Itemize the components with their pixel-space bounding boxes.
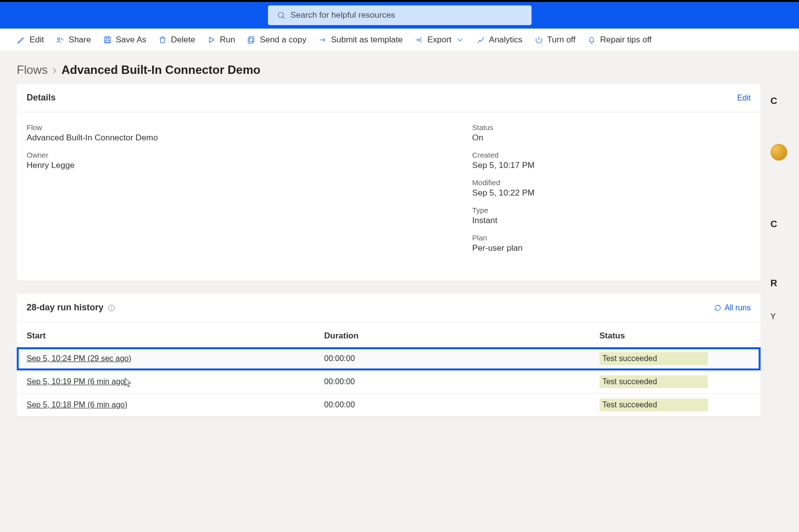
field-created: Created Sep 5, 10:17 PM <box>472 151 751 170</box>
run-start-link[interactable]: Sep 5, 10:19 PM (6 min ago) <box>27 377 128 386</box>
type-label: Type <box>472 206 751 214</box>
right-stub-1: C <box>770 96 782 106</box>
owner-value: Henry Legge <box>27 161 472 170</box>
share-icon <box>56 35 65 44</box>
details-card: Details Edit Flow Advanced Built-In Conn… <box>17 84 761 281</box>
run-duration: 00:00:00 <box>314 347 590 370</box>
sendcopy-button[interactable]: Send a copy <box>247 35 306 45</box>
share-button[interactable]: Share <box>56 35 91 45</box>
cmd-label: Export <box>427 35 451 45</box>
play-icon <box>207 35 216 44</box>
edit-button[interactable]: Edit <box>17 35 44 45</box>
run-start-link[interactable]: Sep 5, 10:24 PM (29 sec ago) <box>27 354 132 363</box>
details-edit-link[interactable]: Edit <box>737 94 751 102</box>
turnoff-button[interactable]: Turn off <box>534 35 576 45</box>
details-title: Details <box>27 93 56 103</box>
table-row[interactable]: Sep 5, 10:19 PM (6 min ago)00:00:00Test … <box>17 370 761 394</box>
field-status: Status On <box>472 123 751 143</box>
run-duration: 00:00:00 <box>314 370 590 394</box>
breadcrumb-current: Advanced Built-In Connector Demo <box>62 63 261 77</box>
plan-label: Plan <box>472 233 751 242</box>
svg-point-0 <box>278 12 284 18</box>
cmd-label: Share <box>68 35 91 45</box>
export-icon <box>414 35 423 44</box>
svg-point-10 <box>111 306 112 307</box>
svg-line-1 <box>283 17 285 19</box>
svg-rect-5 <box>105 40 109 42</box>
save-icon <box>103 35 112 44</box>
top-bar <box>0 0 799 29</box>
all-runs-link[interactable]: All runs <box>714 303 751 312</box>
repair-button[interactable]: Repair tips off <box>587 35 652 45</box>
submit-button[interactable]: Submit as template <box>318 35 403 45</box>
info-icon[interactable] <box>107 304 115 312</box>
search-wrap <box>268 5 532 25</box>
col-duration: Duration <box>314 322 590 347</box>
submit-icon <box>318 35 327 44</box>
main-area: Details Edit Flow Advanced Built-In Conn… <box>0 84 799 429</box>
history-title: 28-day run history <box>27 302 115 313</box>
status-value: On <box>472 133 751 143</box>
power-icon <box>534 35 543 44</box>
saveas-button[interactable]: Save As <box>103 35 146 45</box>
table-row[interactable]: Sep 5, 10:18 PM (6 min ago)00:00:00Test … <box>17 394 761 417</box>
svg-rect-6 <box>250 36 254 42</box>
pencil-icon <box>17 35 26 44</box>
delete-button[interactable]: Delete <box>158 35 195 45</box>
field-flow: Flow Advanced Built-In Connector Demo <box>27 123 472 143</box>
history-table: Start Duration Status Sep 5, 10:24 PM (2… <box>17 322 761 416</box>
cmd-label: Delete <box>171 35 195 45</box>
status-label: Status <box>472 123 751 132</box>
details-body: Flow Advanced Built-In Connector Demo Ow… <box>17 112 761 281</box>
cmd-label: Send a copy <box>260 35 306 45</box>
breadcrumb-sep: › <box>53 63 57 77</box>
plan-value: Per-user plan <box>472 243 751 253</box>
chevron-down-icon <box>456 35 465 44</box>
field-owner: Owner Henry Legge <box>27 151 472 170</box>
command-bar: Edit Share Save As Delete Run Send a cop… <box>0 29 799 51</box>
right-stub-2: C <box>770 219 782 230</box>
breadcrumb: Flows › Advanced Built-In Connector Demo <box>0 51 799 84</box>
svg-point-2 <box>58 37 60 40</box>
svg-rect-4 <box>106 37 109 39</box>
cmd-label: Submit as template <box>331 35 403 45</box>
run-duration: 00:00:00 <box>314 394 590 417</box>
breadcrumb-root[interactable]: Flows <box>17 63 48 77</box>
cmd-label: Edit <box>30 35 44 45</box>
run-start-link[interactable]: Sep 5, 10:18 PM (6 min ago) <box>27 400 128 409</box>
run-status-badge: Test succeeded <box>599 375 708 388</box>
history-header: 28-day run history All runs <box>17 294 761 322</box>
right-stub-3: R <box>770 278 782 289</box>
table-row[interactable]: Sep 5, 10:24 PM (29 sec ago)00:00:00Test… <box>17 347 761 370</box>
search-icon <box>277 11 286 20</box>
created-value: Sep 5, 10:17 PM <box>472 161 751 170</box>
created-label: Created <box>472 151 751 159</box>
avatar[interactable] <box>770 144 787 161</box>
col-start: Start <box>17 322 314 347</box>
run-status-badge: Test succeeded <box>599 399 708 411</box>
field-modified: Modified Sep 5, 10:22 PM <box>472 178 751 198</box>
refresh-icon <box>714 304 722 312</box>
cmd-label: Repair tips off <box>600 35 652 45</box>
modified-label: Modified <box>472 178 751 187</box>
export-button[interactable]: Export <box>414 35 464 45</box>
cmd-label: Save As <box>116 35 146 45</box>
cmd-label: Analytics <box>489 35 523 45</box>
svg-rect-7 <box>248 38 253 43</box>
analytics-icon <box>476 35 485 44</box>
copy-icon <box>247 35 256 44</box>
field-plan: Plan Per-user plan <box>472 233 751 253</box>
modified-value: Sep 5, 10:22 PM <box>472 188 751 198</box>
run-button[interactable]: Run <box>207 35 235 45</box>
right-column: C C R Y <box>770 84 782 429</box>
analytics-button[interactable]: Analytics <box>476 35 523 45</box>
search-input[interactable] <box>268 5 532 25</box>
cmd-label: Turn off <box>547 35 576 45</box>
flow-value: Advanced Built-In Connector Demo <box>27 133 472 143</box>
history-card: 28-day run history All runs Start Durati… <box>17 294 761 416</box>
details-header: Details Edit <box>17 84 761 112</box>
right-stub-4: Y <box>770 312 782 321</box>
run-status-badge: Test succeeded <box>599 352 708 365</box>
col-status: Status <box>590 322 761 347</box>
bell-icon <box>587 35 596 44</box>
